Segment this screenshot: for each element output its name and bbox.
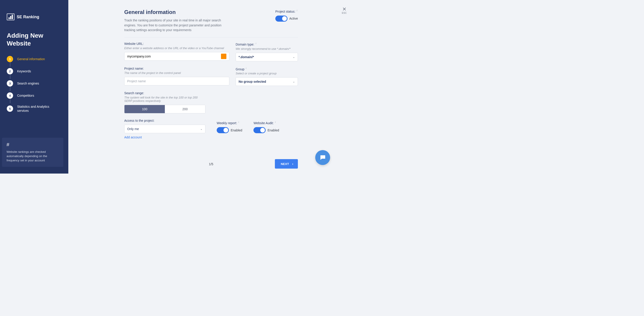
search-range-200[interactable]: 200: [165, 105, 205, 113]
access-value: Only me: [127, 127, 139, 131]
project-name-label: Project name:: [124, 67, 229, 70]
weekly-report-toggle[interactable]: [217, 127, 229, 133]
close-icon: ✕: [342, 7, 347, 12]
hash-icon: #: [6, 142, 59, 148]
sidebar: SE Ranking Adding New Website 1 General …: [0, 0, 68, 174]
close-label: ESC: [342, 12, 347, 14]
step-number: 1: [7, 56, 13, 62]
access-select[interactable]: Only me ⌄: [124, 125, 206, 133]
page-indicator: 1/5: [209, 162, 213, 166]
step-keywords[interactable]: 2 Keywords: [7, 68, 62, 80]
group-select[interactable]: No group selected ⌄: [236, 77, 298, 86]
page-title: General information: [124, 9, 232, 15]
website-url-label: Website URL:: [124, 42, 229, 45]
step-label: Keywords: [17, 69, 31, 73]
chevron-down-icon: ⌄: [293, 80, 295, 83]
step-label: Statistics and Analytics services: [17, 105, 62, 113]
logo-bars-icon: [7, 13, 14, 20]
domain-type-hint: We strongly recommend to use *.domain/*: [236, 47, 298, 50]
step-number: 2: [7, 68, 13, 74]
project-status-value: Active: [289, 17, 298, 20]
website-audit-value: Enabled: [268, 128, 279, 132]
info-icon[interactable]: i: [296, 9, 297, 12]
search-range-100[interactable]: 100: [124, 105, 165, 113]
step-number: 5: [7, 105, 13, 112]
step-statistics-analytics[interactable]: 5 Statistics and Analytics services: [7, 105, 62, 113]
weekly-report-label: Weekly report:: [217, 121, 237, 125]
info-icon[interactable]: i: [275, 121, 276, 123]
close-control[interactable]: ✕ ESC: [342, 7, 347, 14]
website-url-input-wrap: [124, 52, 229, 61]
info-icon[interactable]: i: [238, 121, 239, 123]
group-value: No group selected: [238, 80, 266, 83]
next-button-label: NEXT: [281, 162, 289, 166]
chat-icon: [319, 154, 326, 161]
step-general-information[interactable]: 1 General information: [7, 56, 62, 68]
chat-fab[interactable]: [315, 150, 330, 165]
project-status-block: Project status: i Active: [275, 9, 298, 22]
chevron-down-icon: ⌄: [293, 55, 295, 59]
search-range-hint: The system will look for the site in the…: [124, 96, 206, 103]
project-status-label: Project status:: [275, 10, 296, 13]
sidebar-title: Adding New Website: [7, 31, 62, 47]
step-label: Search engines: [17, 81, 39, 85]
group-label: Group: [236, 67, 244, 71]
group-hint: Select or create a project group: [236, 72, 298, 75]
website-audit-label: Website Audit:: [254, 121, 274, 125]
project-status-toggle[interactable]: [275, 15, 288, 22]
weekly-report-value: Enabled: [231, 128, 242, 132]
brand-logo: SE Ranking: [7, 13, 62, 20]
website-url-input[interactable]: [127, 54, 219, 58]
footer: 1/5 NEXT ›: [124, 159, 298, 169]
tip-text: Website rankings are checked automatical…: [6, 150, 59, 163]
search-range-segment: 100 200: [124, 105, 206, 113]
chevron-right-icon: ›: [292, 162, 293, 166]
project-name-input[interactable]: [127, 79, 226, 83]
domain-type-value: *.domain/*: [238, 55, 254, 59]
info-icon[interactable]: i: [256, 42, 256, 45]
website-url-hint: Either enter a website address or the UR…: [124, 46, 229, 50]
brand-name: SE Ranking: [17, 15, 39, 19]
step-label: Competitors: [17, 93, 34, 98]
chevron-down-icon: ⌄: [200, 127, 202, 130]
info-icon[interactable]: i: [246, 67, 246, 69]
favicon-icon: [221, 54, 226, 59]
step-number: 3: [7, 80, 13, 86]
step-competitors[interactable]: 4 Competitors: [7, 92, 62, 105]
website-audit-toggle[interactable]: [254, 127, 266, 133]
page-description: Track the ranking positions of your site…: [124, 18, 232, 33]
access-label: Access to the project:: [124, 119, 206, 122]
step-number: 4: [7, 92, 13, 99]
tip-box: # Website rankings are checked automatic…: [2, 138, 63, 167]
domain-type-select[interactable]: *.domain/* ⌄: [236, 53, 298, 61]
next-button[interactable]: NEXT ›: [275, 159, 298, 169]
project-name-hint: The name of the project in the control p…: [124, 71, 229, 75]
domain-type-label: Domain type:: [236, 43, 254, 46]
step-label: General information: [17, 57, 45, 61]
main-panel: ✕ ESC General information Track the rank…: [68, 0, 351, 174]
step-list: 1 General information 2 Keywords 3 Searc…: [7, 56, 62, 113]
search-range-label: Search range:: [124, 91, 298, 95]
add-account-link[interactable]: Add account: [124, 135, 142, 139]
step-search-engines[interactable]: 3 Search engines: [7, 80, 62, 92]
